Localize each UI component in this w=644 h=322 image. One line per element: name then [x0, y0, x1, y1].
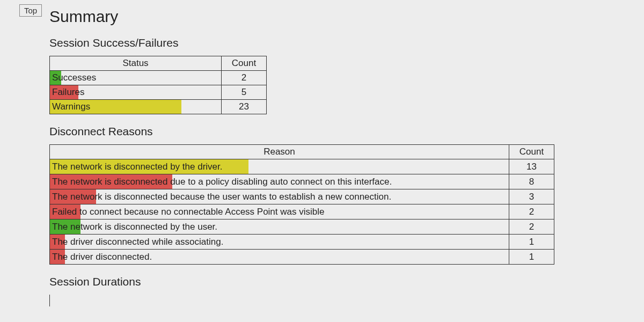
reason-label: The driver disconnected. — [50, 250, 509, 264]
reason-row: The driver disconnected.1 — [50, 250, 554, 265]
status-count: 2 — [222, 71, 267, 85]
reason-count-header: Count — [509, 145, 554, 159]
page-title: Summary — [49, 8, 632, 26]
reason-count: 1 — [509, 250, 554, 265]
reason-row: The network is disconnected by the user.… — [50, 219, 554, 235]
reason-label: The network is disconnected because the … — [50, 189, 509, 204]
status-row: Warnings23 — [50, 100, 267, 114]
reason-row: Failed to connect because no connectable… — [50, 204, 554, 219]
status-row: Failures5 — [50, 85, 267, 100]
reason-cell: The network is disconnected because the … — [50, 189, 509, 204]
reason-cell: The network is disconnected by the drive… — [50, 159, 509, 174]
reasons-section-heading: Disconnect Reasons — [49, 125, 632, 138]
reason-count: 1 — [509, 235, 554, 250]
status-label: Failures — [50, 85, 221, 99]
status-label: Successes — [50, 71, 221, 85]
durations-chart-fragment — [49, 295, 50, 306]
reason-label: Failed to connect because no connectable… — [50, 204, 509, 219]
reason-cell: The network is disconnected due to a pol… — [50, 174, 509, 189]
reason-cell: The network is disconnected by the user. — [50, 219, 509, 235]
reason-count: 2 — [509, 219, 554, 235]
reason-label: The network is disconnected by the user. — [50, 219, 509, 234]
status-cell: Warnings — [50, 100, 222, 114]
reason-cell: The driver disconnected. — [50, 250, 509, 265]
reason-cell: The driver disconnected while associatin… — [50, 235, 509, 250]
status-row: Successes2 — [50, 71, 267, 85]
reason-label: The network is disconnected due to a pol… — [50, 174, 509, 189]
status-cell: Failures — [50, 85, 222, 100]
reason-row: The driver disconnected while associatin… — [50, 235, 554, 250]
status-label: Warnings — [50, 100, 221, 114]
status-count: 23 — [222, 100, 267, 114]
status-section-heading: Session Success/Failures — [49, 36, 632, 49]
reason-label: The network is disconnected by the drive… — [50, 159, 509, 174]
reason-count: 8 — [509, 174, 554, 189]
reason-row: The network is disconnected due to a pol… — [50, 174, 554, 189]
reasons-table: Reason Count The network is disconnected… — [49, 144, 554, 265]
reason-count: 3 — [509, 189, 554, 204]
reason-row: The network is disconnected by the drive… — [50, 159, 554, 174]
status-count: 5 — [222, 85, 267, 100]
reason-cell: Failed to connect because no connectable… — [50, 204, 509, 219]
count-header: Count — [222, 56, 267, 71]
reason-label: The driver disconnected while associatin… — [50, 235, 509, 249]
durations-section-heading: Session Durations — [49, 275, 632, 288]
status-header: Status — [50, 56, 222, 71]
status-table: Status Count Successes2Failures5Warnings… — [49, 56, 267, 114]
status-cell: Successes — [50, 71, 222, 85]
reason-count: 13 — [509, 159, 554, 174]
top-button[interactable]: Top — [19, 4, 42, 17]
reason-row: The network is disconnected because the … — [50, 189, 554, 204]
reason-count: 2 — [509, 204, 554, 219]
reason-header: Reason — [50, 145, 509, 159]
